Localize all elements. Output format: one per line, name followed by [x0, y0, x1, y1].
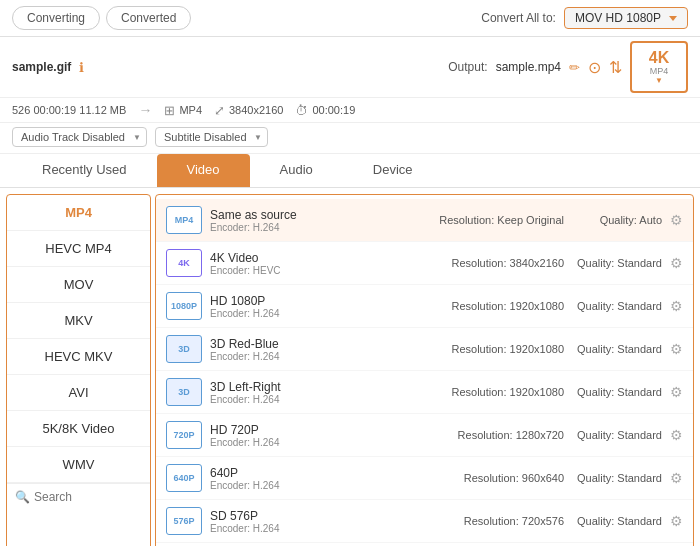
sidebar-item-mkv[interactable]: MKV [7, 303, 150, 339]
tab-recently-used[interactable]: Recently Used [12, 154, 157, 187]
tabs-and-content: Recently Used Video Audio Device MP4HEVC… [0, 154, 700, 546]
format-icon-box: 640P [166, 464, 202, 492]
format-details: 640PEncoder: H.264 [210, 466, 456, 491]
file-info-area: sample.gif ℹ Output: sample.mp4 ✏ ⊙ ⇅ 4K… [0, 37, 700, 154]
top-bar: Converting Converted Convert All to: MOV… [0, 0, 700, 37]
format-details: Same as sourceEncoder: H.264 [210, 208, 431, 233]
dropdown-row: Audio Track Disabled Subtitle Disabled [0, 123, 700, 154]
convert-all-button[interactable]: MOV HD 1080P [564, 7, 688, 29]
format-encoder: Encoder: H.264 [210, 222, 431, 233]
format-name: 3D Red-Blue [210, 337, 443, 351]
format-item[interactable]: 3D3D Red-BlueEncoder: H.264Resolution: 1… [156, 328, 693, 371]
clock-icon: ⏱ [295, 103, 308, 118]
format-resolution: Resolution: 960x640 [464, 472, 564, 484]
fourk-label: 4K [649, 50, 669, 66]
gear-icon[interactable]: ⚙ [670, 427, 683, 443]
format-item[interactable]: 640P640PEncoder: H.264Resolution: 960x64… [156, 457, 693, 500]
output-resolution: ⤢ 3840x2160 [214, 103, 283, 118]
tabs-row: Recently Used Video Audio Device [0, 154, 700, 188]
output-area: Output: sample.mp4 ✏ ⊙ ⇅ 4K MP4 ▼ [448, 41, 688, 93]
format-icon-box: 1080P [166, 292, 202, 320]
edit-icon[interactable]: ✏ [569, 60, 580, 75]
sidebar-item-hevc-mp4[interactable]: HEVC MP4 [7, 231, 150, 267]
format-icon-box: 720P [166, 421, 202, 449]
output-format: ⊞ MP4 [164, 103, 202, 118]
format-resolution: Resolution: 720x576 [464, 515, 564, 527]
format-icon-box: 3D [166, 378, 202, 406]
search-icon: 🔍 [15, 490, 30, 504]
gear-icon[interactable]: ⚙ [670, 384, 683, 400]
sidebar-item-avi[interactable]: AVI [7, 375, 150, 411]
format-details: 3D Left-RightEncoder: H.264 [210, 380, 443, 405]
format-name: SD 576P [210, 509, 456, 523]
gear-icon[interactable]: ⚙ [670, 470, 683, 486]
format-quality: Quality: Standard [572, 472, 662, 484]
format-resolution: Resolution: 1920x1080 [451, 386, 564, 398]
format-resolution: Resolution: 1280x720 [458, 429, 564, 441]
resolution-icon: ⤢ [214, 103, 225, 118]
sidebar-item-mp4[interactable]: MP4 [7, 195, 150, 231]
main-content: MP4HEVC MP4MOVMKVHEVC MKVAVI5K/8K VideoW… [0, 188, 700, 546]
format-item[interactable]: 720PHD 720PEncoder: H.264Resolution: 128… [156, 414, 693, 457]
format-list: MP4Same as sourceEncoder: H.264Resolutio… [155, 194, 694, 546]
format-item[interactable]: 1080PHD 1080PEncoder: H.264Resolution: 1… [156, 285, 693, 328]
sidebar-items: MP4HEVC MP4MOVMKVHEVC MKVAVI5K/8K VideoW… [7, 195, 150, 483]
format-quality: Quality: Auto [572, 214, 662, 226]
gear-icon[interactable]: ⚙ [670, 341, 683, 357]
format-name: HD 1080P [210, 294, 443, 308]
output-resolution-label: 3840x2160 [229, 104, 283, 116]
tab-audio[interactable]: Audio [250, 154, 343, 187]
format-item[interactable]: 4K4K VideoEncoder: HEVCResolution: 3840x… [156, 242, 693, 285]
format-details: SD 576PEncoder: H.264 [210, 509, 456, 534]
format-name: 4K Video [210, 251, 443, 265]
tab-video[interactable]: Video [157, 154, 250, 187]
format-item[interactable]: 576PSD 576PEncoder: H.264Resolution: 720… [156, 500, 693, 543]
format-name: Same as source [210, 208, 431, 222]
sidebar-item-5k/8k-video[interactable]: 5K/8K Video [7, 411, 150, 447]
audio-track-dropdown-wrapper: Audio Track Disabled [12, 127, 147, 147]
format-name: HD 720P [210, 423, 450, 437]
format-details: HD 720PEncoder: H.264 [210, 423, 450, 448]
gear-icon[interactable]: ⚙ [670, 212, 683, 228]
file-meta-row: 526 00:00:19 11.12 MB → ⊞ MP4 ⤢ 3840x216… [0, 98, 700, 123]
format-icon: ⊞ [164, 103, 175, 118]
chevron-down-small-icon: ▼ [655, 76, 663, 85]
audio-track-dropdown[interactable]: Audio Track Disabled [12, 127, 147, 147]
format-encoder: Encoder: H.264 [210, 437, 450, 448]
output-label: Output: [448, 60, 487, 74]
format-icon-box: 4K [166, 249, 202, 277]
format-icon-box: 3D [166, 335, 202, 363]
gear-icon[interactable]: ⚙ [670, 513, 683, 529]
chevron-down-icon [669, 16, 677, 21]
settings-icon[interactable]: ⇅ [609, 58, 622, 77]
alert-icon[interactable]: ⊙ [588, 58, 601, 77]
convert-all-label: Convert All to: [481, 11, 556, 25]
converting-tab[interactable]: Converting [12, 6, 100, 30]
format-details: HD 1080PEncoder: H.264 [210, 294, 443, 319]
gear-icon[interactable]: ⚙ [670, 298, 683, 314]
format-name: 3D Left-Right [210, 380, 443, 394]
converted-tab[interactable]: Converted [106, 6, 191, 30]
subtitle-dropdown[interactable]: Subtitle Disabled [155, 127, 268, 147]
sidebar-item-wmv[interactable]: WMV [7, 447, 150, 483]
sidebar-item-hevc-mkv[interactable]: HEVC MKV [7, 339, 150, 375]
fourk-badge[interactable]: 4K MP4 ▼ [630, 41, 688, 93]
format-item[interactable]: 3D3D Left-RightEncoder: H.264Resolution:… [156, 371, 693, 414]
sidebar-item-mov[interactable]: MOV [7, 267, 150, 303]
format-name: 640P [210, 466, 456, 480]
format-encoder: Encoder: H.264 [210, 394, 443, 405]
format-quality: Quality: Standard [572, 515, 662, 527]
format-resolution: Resolution: 1920x1080 [451, 300, 564, 312]
file-name: sample.gif [12, 60, 71, 74]
gear-icon[interactable]: ⚙ [670, 255, 683, 271]
format-icon-box: 576P [166, 507, 202, 535]
search-input[interactable] [34, 490, 142, 504]
format-item[interactable]: MP4Same as sourceEncoder: H.264Resolutio… [156, 199, 693, 242]
info-icon[interactable]: ℹ [79, 60, 84, 75]
format-quality: Quality: Standard [572, 257, 662, 269]
file-size-duration: 526 00:00:19 11.12 MB [12, 104, 126, 116]
file-row: sample.gif ℹ Output: sample.mp4 ✏ ⊙ ⇅ 4K… [0, 37, 700, 98]
tab-device[interactable]: Device [343, 154, 443, 187]
output-duration-label: 00:00:19 [312, 104, 355, 116]
format-encoder: Encoder: H.264 [210, 480, 456, 491]
